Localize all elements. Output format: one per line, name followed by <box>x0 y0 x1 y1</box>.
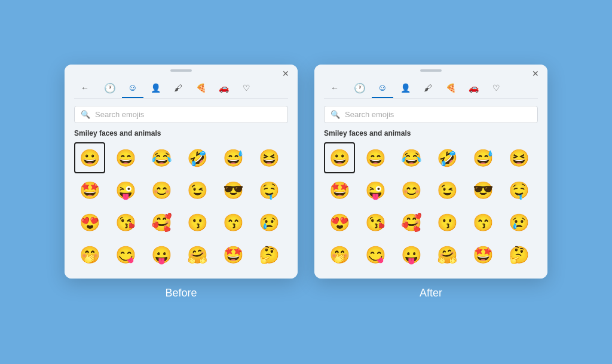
after-emoji-19[interactable]: 😋 <box>360 239 391 270</box>
before-search-icon: 🔍 <box>81 110 90 119</box>
before-emoji-7[interactable]: 😜 <box>110 175 141 206</box>
after-emoji-15[interactable]: 😗 <box>432 207 463 238</box>
after-emoji-4[interactable]: 😅 <box>467 142 498 173</box>
after-emoji-0[interactable]: 😀 <box>324 142 355 173</box>
after-emoji-8[interactable]: 😊 <box>396 175 427 206</box>
after-back-button[interactable]: ← <box>324 79 345 98</box>
before-panel-wrapper: ✕ ← 🕐 ☺ 👤 🖌 🍕 🚗 ♡ 🔍 Search emojis Sm <box>65 65 298 299</box>
before-emoji-14[interactable]: 🥰 <box>146 207 177 238</box>
after-emoji-10[interactable]: 😎 <box>467 175 498 206</box>
after-tab-nature[interactable]: 🖌 <box>417 79 439 98</box>
after-panel-wrapper: ✕ ← 🕐 ☺ 👤 🖌 🍕 🚗 ♡ 🔍 Search emojis Sm <box>314 65 547 299</box>
before-section-title: Smiley faces and animals <box>74 129 288 137</box>
before-emoji-18[interactable]: 🤭 <box>74 239 105 270</box>
panels-container: ✕ ← 🕐 ☺ 👤 🖌 🍕 🚗 ♡ 🔍 Search emojis Sm <box>65 65 547 299</box>
before-label: Before <box>165 287 197 299</box>
after-drag-handle <box>420 69 442 72</box>
after-tab-heart[interactable]: ♡ <box>485 79 507 98</box>
after-section-title: Smiley faces and animals <box>324 129 538 137</box>
before-emoji-13[interactable]: 😘 <box>110 207 141 238</box>
after-tab-smiley[interactable]: ☺ <box>372 79 393 98</box>
before-tab-smiley[interactable]: ☺ <box>122 79 143 98</box>
before-emoji-19[interactable]: 😋 <box>110 239 141 270</box>
after-tab-people[interactable]: 👤 <box>394 79 416 98</box>
before-emoji-2[interactable]: 😂 <box>146 142 177 173</box>
after-emoji-grid: 😀 😄 😂 🤣 😅 😆 🤩 😜 😊 😉 😎 🤤 😍 😘 🥰 😗 <box>324 142 538 270</box>
before-tab-food[interactable]: 🍕 <box>190 79 212 98</box>
before-emoji-20[interactable]: 😛 <box>146 239 177 270</box>
after-search-box[interactable]: 🔍 Search emojis <box>324 106 538 123</box>
after-emoji-23[interactable]: 🤔 <box>503 239 534 270</box>
before-emoji-23[interactable]: 🤔 <box>253 239 284 270</box>
after-emoji-17[interactable]: 😢 <box>503 207 534 238</box>
before-emoji-11[interactable]: 🤤 <box>253 175 284 206</box>
before-emoji-16[interactable]: 😙 <box>218 207 249 238</box>
after-emoji-11[interactable]: 🤤 <box>503 175 534 206</box>
after-emoji-1[interactable]: 😄 <box>360 142 391 173</box>
before-emoji-9[interactable]: 😉 <box>182 175 213 206</box>
after-emoji-22[interactable]: 🤩 <box>467 239 498 270</box>
before-search-box[interactable]: 🔍 Search emojis <box>74 106 288 123</box>
after-close-button[interactable]: ✕ <box>532 69 539 78</box>
before-tab-recent[interactable]: 🕐 <box>99 79 121 98</box>
before-emoji-3[interactable]: 🤣 <box>182 142 213 173</box>
before-emoji-22[interactable]: 🤩 <box>218 239 249 270</box>
after-emoji-5[interactable]: 😆 <box>503 142 534 173</box>
after-emoji-7[interactable]: 😜 <box>360 175 391 206</box>
after-emoji-6[interactable]: 🤩 <box>324 175 355 206</box>
before-tab-travel[interactable]: 🚗 <box>213 79 234 98</box>
before-drag-handle <box>170 69 192 72</box>
before-panel: ✕ ← 🕐 ☺ 👤 🖌 🍕 🚗 ♡ 🔍 Search emojis Sm <box>65 65 298 279</box>
after-emoji-13[interactable]: 😘 <box>360 207 391 238</box>
after-titlebar: ✕ <box>314 65 547 75</box>
after-search-icon: 🔍 <box>331 110 340 119</box>
after-panel-body: ← 🕐 ☺ 👤 🖌 🍕 🚗 ♡ 🔍 Search emojis Smiley f… <box>314 75 547 279</box>
after-tab-food[interactable]: 🍕 <box>440 79 461 98</box>
after-emoji-14[interactable]: 🥰 <box>396 207 427 238</box>
after-panel: ✕ ← 🕐 ☺ 👤 🖌 🍕 🚗 ♡ 🔍 Search emojis Sm <box>314 65 547 279</box>
after-tab-recent[interactable]: 🕐 <box>349 79 371 98</box>
before-emoji-4[interactable]: 😅 <box>218 142 249 173</box>
after-search-placeholder: Search emojis <box>345 110 531 119</box>
before-emoji-10[interactable]: 😎 <box>218 175 249 206</box>
after-emoji-20[interactable]: 😛 <box>396 239 427 270</box>
before-tab-people[interactable]: 👤 <box>145 79 166 98</box>
before-emoji-15[interactable]: 😗 <box>182 207 213 238</box>
before-close-button[interactable]: ✕ <box>282 69 289 78</box>
after-emoji-21[interactable]: 🤗 <box>432 239 463 270</box>
before-tab-heart[interactable]: ♡ <box>235 79 257 98</box>
before-emoji-0[interactable]: 😀 <box>74 142 105 173</box>
before-panel-body: ← 🕐 ☺ 👤 🖌 🍕 🚗 ♡ 🔍 Search emojis Smiley f… <box>65 75 298 279</box>
before-emoji-21[interactable]: 🤗 <box>182 239 213 270</box>
before-tab-nature[interactable]: 🖌 <box>167 79 189 98</box>
before-emoji-1[interactable]: 😄 <box>110 142 141 173</box>
after-emoji-12[interactable]: 😍 <box>324 207 355 238</box>
before-emoji-8[interactable]: 😊 <box>146 175 177 206</box>
after-emoji-9[interactable]: 😉 <box>432 175 463 206</box>
after-label: After <box>420 287 442 299</box>
after-emoji-2[interactable]: 😂 <box>396 142 427 173</box>
after-emoji-3[interactable]: 🤣 <box>432 142 463 173</box>
after-emoji-16[interactable]: 😙 <box>467 207 498 238</box>
before-nav-tabs: ← 🕐 ☺ 👤 🖌 🍕 🚗 ♡ <box>74 75 288 99</box>
before-emoji-6[interactable]: 🤩 <box>74 175 105 206</box>
before-emoji-5[interactable]: 😆 <box>253 142 284 173</box>
before-titlebar: ✕ <box>65 65 298 75</box>
after-tab-travel[interactable]: 🚗 <box>463 79 484 98</box>
after-nav-tabs: ← 🕐 ☺ 👤 🖌 🍕 🚗 ♡ <box>324 75 538 99</box>
before-emoji-12[interactable]: 😍 <box>74 207 105 238</box>
before-back-button[interactable]: ← <box>74 79 96 98</box>
before-search-placeholder: Search emojis <box>95 110 281 119</box>
after-emoji-18[interactable]: 🤭 <box>324 239 355 270</box>
before-emoji-17[interactable]: 😢 <box>253 207 284 238</box>
before-emoji-grid: 😀 😄 😂 🤣 😅 😆 🤩 😜 😊 😉 😎 🤤 😍 😘 🥰 😗 <box>74 142 288 270</box>
